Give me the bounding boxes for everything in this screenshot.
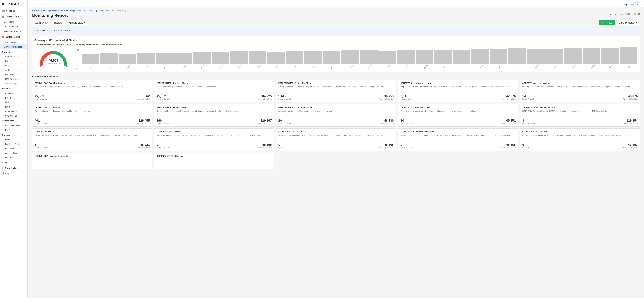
sidebar-item-on-page[interactable]: On-page ▾ <box>0 132 28 137</box>
sidebar-item-errors[interactable]: Errors <box>0 59 28 63</box>
health-card[interactable]: PERFORMANCE: Redirect Usage Redirects wi… <box>154 104 274 126</box>
chevron-help-icon: ▾ <box>24 173 26 175</box>
finished-button[interactable]: ✓ Finished <box>599 20 615 25</box>
page-content: Audisto › matthias.pete@neo-media.de › P… <box>28 8 644 298</box>
sidebar-item-crawl-history[interactable]: 📋 Crawl History ▾ <box>0 165 28 171</box>
sidebar-item-robots-txt[interactable]: Robots.txt <box>0 72 28 77</box>
search-urls-button[interactable]: Search URLs <box>32 20 50 25</box>
sidebar-item-hreflang[interactable]: Hreflang <box>0 156 28 160</box>
health-card[interactable]: SECURITY: Secure Cookies Cookie data oft… <box>520 128 640 151</box>
sidebar-item-logs[interactable]: Logs <box>0 63 28 68</box>
sidebar-item-similar-urls[interactable]: Similar URLs <box>0 114 28 118</box>
health-grid: TECHNOLOGY: Bad Link Structure All links… <box>32 80 640 170</box>
sidebar-item-starting-points[interactable]: Starting Points <box>0 55 28 59</box>
health-card[interactable]: TECHNOLOGY: Encoding Issues Every docume… <box>398 104 518 126</box>
health-card-passed-pct: Passed URLs: 99% <box>622 98 638 100</box>
sidebar-item-performance[interactable]: Performance ▾ <box>0 118 28 123</box>
chart-bar: Dec 27 <box>434 50 452 70</box>
info-bar-link[interactable]: help on Checks. <box>56 29 72 32</box>
sidebar-item-file-sizes[interactable]: File Sizes <box>0 128 28 132</box>
health-card[interactable]: CONTENT: Alt Attributes Valid HTML requi… <box>32 128 152 151</box>
health-card-title: TECHNOLOGY: Encoding Issues <box>400 106 516 109</box>
crawl-properties-button[interactable]: Crawl Properties ▾ <box>616 20 640 25</box>
sidebar-item-links[interactable]: Links <box>0 105 28 109</box>
health-card-title: TECHNOLOGY: Localization/Hreflang <box>400 130 516 133</box>
health-card[interactable]: PERFORMANCE: Response Times For a good u… <box>154 80 274 102</box>
sidebar-item-account[interactable]: Account ▾ <box>0 8 28 14</box>
health-card-failed-count: 3,146 <box>400 94 413 98</box>
chart-bar: Dec 6 <box>378 51 396 70</box>
health-card[interactable]: PERFORMANCE: Content File Sizes For a go… <box>276 80 396 102</box>
info-bar: What's this? See our help on Checks. <box>32 27 640 34</box>
sidebar-item-current-project[interactable]: Current Project ▾ <box>0 14 28 20</box>
health-card[interactable]: CONTENT: Important Headings Headings add… <box>520 80 640 102</box>
sidebar-item-ranks[interactable]: Ranks ▾ <box>0 160 28 165</box>
sidebar-item-clusters[interactable]: Clusters <box>0 91 28 96</box>
manage-crawl-button[interactable]: Manage Crawl ▾ <box>66 20 88 25</box>
sidebar-item-response-times[interactable]: Response Times <box>0 123 28 128</box>
sidebar-item-scripting-issues[interactable]: Scripting Issues <box>0 68 28 72</box>
health-card-failed-pct: Failed URLs: 21% <box>278 98 292 100</box>
health-card-title: TECHNOLOGY: Incorrect Canonicals <box>34 155 150 157</box>
health-card-passed-pct: Passed URLs: 100% <box>256 147 272 148</box>
health-card[interactable]: SECURITY: Strict Transport Security HTTP… <box>520 104 640 126</box>
sidebar-item-monitoring-report[interactable]: Monitoring Report <box>0 44 28 49</box>
sidebar-item-help[interactable]: ❓ Help ▾ <box>0 171 28 176</box>
health-card[interactable]: TECHNOLOGY: Localization/Hreflang When c… <box>398 128 518 151</box>
health-card[interactable]: TECHNOLOGY: HTTP Errors For a good user … <box>32 104 152 126</box>
health-card-stats: 3,146 Failed URLs: 7% 42,076 Passed URLs… <box>400 94 516 100</box>
health-card-failed-pct: Failed URLs: 1% <box>34 122 48 124</box>
health-card-stats: 160 Failed URLs: 1% 129,697 Passed URLs:… <box>156 119 272 124</box>
health-card-passed-pct: Passed URLs: 99% <box>135 122 150 124</box>
sidebar-item-url-rewrites[interactable]: URL Rewrites <box>0 77 28 81</box>
sidebar-item-crawl-report[interactable]: Crawl Report <box>0 40 28 44</box>
health-card-passed-pct: Passed URLs: 79% <box>379 98 394 100</box>
sidebar-item-edit-settings[interactable]: Edit Settings <box>0 81 28 86</box>
logo-text: ▶ AUDISTO <box>2 2 19 6</box>
breadcrumb-user[interactable]: matthias.pete@neo-media.de <box>41 9 68 12</box>
health-card-passed-count: 45,221 <box>135 143 150 147</box>
sidebar-item-levels[interactable]: Levels <box>0 96 28 100</box>
page-title: Monitoring Report <box>32 13 68 18</box>
sidebar-item-hints[interactable]: Hints <box>0 137 28 142</box>
sidebar-item-duplicate-content[interactable]: Duplicate Content <box>0 142 28 146</box>
page-header-right: Crawl Finished: Aug 1, 2024, 12:04:31 <box>608 13 640 15</box>
health-card[interactable]: TECHNOLOGY: Incorrect Canonicals <box>32 153 152 170</box>
sidebar-item-external-urls[interactable]: External URLs <box>0 109 28 114</box>
health-card-stats: 29 Failed URLs: 1% 46,130 Passed URLs: 9… <box>278 119 394 124</box>
health-card-title: CONTENT: Important Headings <box>522 82 638 84</box>
health-card[interactable]: PERFORMANCE: Compression Used All transf… <box>276 104 396 126</box>
health-card-passed-pct: Passed URLs: 93% <box>501 98 516 100</box>
health-card-failed-pct: Failed URLs: 1% <box>400 122 413 124</box>
sidebar-item-localization[interactable]: Localization <box>0 146 28 151</box>
health-card[interactable]: SECURITY: Unsafe Forms User input data s… <box>154 128 274 151</box>
recrawl-button[interactable]: Recrawl <box>52 20 65 25</box>
health-card[interactable]: CONTENT: Search Snippet Issues Proper ti… <box>398 80 518 102</box>
gauge-container: Test Data from Crawl August 1, 2024 46,5… <box>34 44 72 70</box>
health-card-stats: 0 Failed URLs: 0% 45,865 Passed URLs: 10… <box>278 143 394 148</box>
chart-bar: Nov 22 <box>341 50 359 70</box>
crawl-finished-label: Crawl Finished: Aug 1, 2024, 12:04:31 <box>608 13 640 15</box>
sidebar-item-current-crawl[interactable]: Current Crawl ▾ <box>0 34 28 40</box>
health-card[interactable]: SECURITY: HTTPS Utilization <box>154 153 274 170</box>
topbar-project-name[interactable]: Project tutkit.com ▾ <box>623 4 640 6</box>
sidebar-item-crawl-info[interactable]: Crawl Info ▾ <box>0 49 28 55</box>
sidebar-item-hosts[interactable]: Hosts <box>0 100 28 105</box>
sidebar-item-dashboard[interactable]: Dashboard <box>0 20 28 24</box>
svg-text:URLs failed last crawl: URLs failed last crawl <box>46 63 61 64</box>
breadcrumb-crawl[interactable]: Crawl https://www.tutkit.com/ <box>88 9 114 12</box>
health-card-passed-count: 129,697 <box>257 119 272 122</box>
breadcrumb-audisto[interactable]: Audisto <box>32 9 39 12</box>
gauge-chart: 46,503 URLs failed last crawl <box>38 47 69 66</box>
health-card-failed-count: 148 <box>522 94 536 98</box>
sidebar-item-structure[interactable]: Structure ▾ <box>0 86 28 91</box>
summary-row: Test Data from Crawl August 1, 2024 46,5… <box>34 44 637 70</box>
sidebar-item-scheduler-settings[interactable]: Scheduler Settings <box>0 29 28 34</box>
crawl-folder-icon <box>2 36 4 38</box>
health-card-title: SECURITY: Secure Cookies <box>522 130 638 133</box>
health-card[interactable]: SECURITY: Unsafe Resources Mixed Content… <box>276 128 396 151</box>
sidebar-item-content-types[interactable]: Content Types <box>0 151 28 156</box>
health-card[interactable]: TECHNOLOGY: Bad Link Structure All links… <box>32 80 152 102</box>
sidebar-item-project-settings[interactable]: Project Settings <box>0 24 28 29</box>
breadcrumb-project[interactable]: Project tutkit.com <box>70 9 86 12</box>
